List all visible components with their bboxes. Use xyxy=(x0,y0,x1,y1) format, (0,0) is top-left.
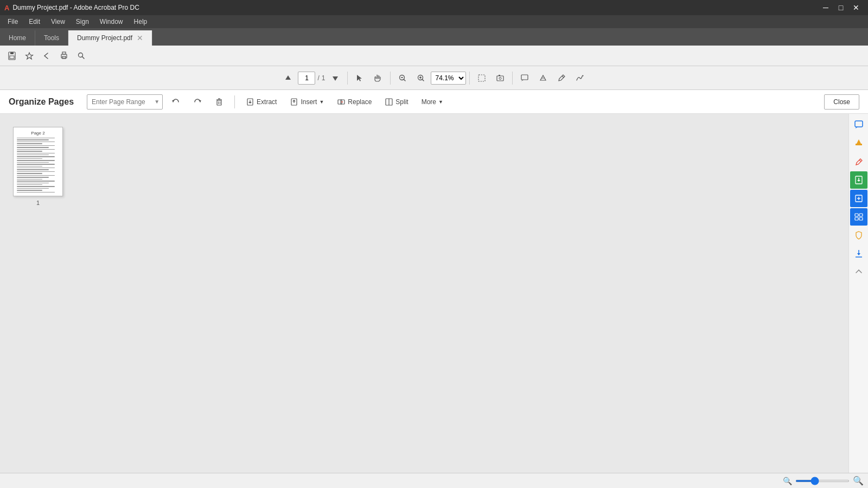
zoom-select[interactable]: 74.1% 50% 100% 125% 150% xyxy=(431,72,466,85)
rotate-cw-button[interactable] xyxy=(189,94,206,110)
rp-edit-button[interactable] xyxy=(850,153,867,170)
page-input-wrap: / 1 xyxy=(298,72,325,85)
page-range-wrap: ▼ xyxy=(87,94,163,110)
hand-tool-button[interactable] xyxy=(369,69,387,87)
tab-close-icon[interactable]: ✕ xyxy=(137,34,143,42)
zoom-max-icon[interactable]: 🔍 xyxy=(853,476,864,486)
menu-help[interactable]: Help xyxy=(129,15,153,28)
restore-button[interactable]: □ xyxy=(833,0,848,15)
rotate-ccw-button[interactable] xyxy=(167,94,184,110)
more-button[interactable]: More ▼ xyxy=(417,94,448,110)
rp-organize-button[interactable] xyxy=(850,208,867,226)
zoom-min-icon[interactable]: 🔍 xyxy=(783,477,792,485)
separator-3 xyxy=(469,72,470,85)
close-button[interactable]: ✕ xyxy=(848,0,864,15)
svg-rect-22 xyxy=(499,75,500,76)
rp-more-button[interactable] xyxy=(850,264,867,281)
svg-marker-39 xyxy=(292,100,296,101)
thumb-line xyxy=(17,151,42,151)
title-bar-left: A Dummy Project.pdf - Adobe Acrobat Pro … xyxy=(4,4,139,12)
thumb-line xyxy=(17,145,55,146)
svg-rect-55 xyxy=(855,214,858,216)
delete-button[interactable] xyxy=(210,94,228,110)
svg-rect-6 xyxy=(62,56,66,59)
insert-button[interactable]: Insert ▼ xyxy=(285,94,328,110)
insert-dropdown-icon: ▼ xyxy=(319,99,324,105)
split-button[interactable]: Split xyxy=(380,94,412,110)
select-group xyxy=(473,69,509,87)
tools-group xyxy=(351,69,387,87)
title-bar-controls: ─ □ ✕ xyxy=(818,0,864,15)
zoom-in-button[interactable] xyxy=(412,69,430,87)
menu-view[interactable]: View xyxy=(46,15,71,28)
rp-comment-button[interactable] xyxy=(850,116,867,133)
zoom-out-button[interactable] xyxy=(394,69,411,87)
page-thumb-title: Page 2 xyxy=(31,131,44,136)
star-button[interactable] xyxy=(22,48,37,63)
menu-file[interactable]: File xyxy=(2,15,23,28)
minimize-button[interactable]: ─ xyxy=(818,0,833,15)
thumb-line xyxy=(17,190,42,190)
page-range-input[interactable] xyxy=(87,94,163,110)
highlight-button[interactable] xyxy=(534,69,552,87)
menu-sign[interactable]: Sign xyxy=(71,15,94,28)
title-bar: A Dummy Project.pdf - Adobe Acrobat Pro … xyxy=(0,0,868,15)
rp-protect-button[interactable] xyxy=(850,227,867,244)
next-page-button[interactable] xyxy=(327,69,344,87)
menu-window[interactable]: Window xyxy=(94,15,129,28)
marquee-zoom-button[interactable] xyxy=(473,69,490,87)
tab-tools-label: Tools xyxy=(44,34,59,42)
svg-line-48 xyxy=(859,160,861,162)
zoom-slider[interactable] xyxy=(795,480,850,482)
edit-button[interactable] xyxy=(553,69,570,87)
thumb-line xyxy=(17,160,55,160)
rp-compress-button[interactable] xyxy=(850,190,867,207)
svg-marker-60 xyxy=(857,253,860,255)
content-area: Page 2 xyxy=(0,114,868,473)
svg-line-16 xyxy=(422,79,424,81)
menu-edit[interactable]: Edit xyxy=(23,15,46,28)
tab-document[interactable]: Dummy Project.pdf ✕ xyxy=(68,30,152,46)
separator-1 xyxy=(347,72,348,85)
rp-export-button[interactable] xyxy=(850,171,867,189)
svg-line-8 xyxy=(82,56,84,58)
extract-button[interactable]: Extract xyxy=(241,94,281,110)
thumb-line xyxy=(17,186,55,187)
title-bar-text: Dummy Project.pdf - Adobe Acrobat Pro DC xyxy=(12,4,139,11)
right-panel xyxy=(848,114,868,473)
thumb-line xyxy=(17,188,49,189)
tab-tools[interactable]: Tools xyxy=(35,30,68,46)
prev-page-button[interactable] xyxy=(279,69,297,87)
print-button[interactable] xyxy=(56,48,72,63)
snapshot-button[interactable] xyxy=(492,69,509,87)
rp-download-button[interactable] xyxy=(850,245,867,262)
comment-button[interactable] xyxy=(516,69,533,87)
page-number-input[interactable] xyxy=(298,72,315,85)
thumb-line xyxy=(17,181,55,181)
app-icon: A xyxy=(4,4,9,12)
back-button[interactable] xyxy=(39,48,54,63)
svg-rect-58 xyxy=(859,217,863,220)
replace-button[interactable]: Replace xyxy=(333,94,376,110)
close-organize-button[interactable]: Close xyxy=(824,94,859,110)
page-thumbnail-1[interactable]: Page 2 xyxy=(13,127,63,196)
cursor-tool-button[interactable] xyxy=(351,69,368,87)
svg-point-21 xyxy=(499,77,501,79)
tab-document-label: Dummy Project.pdf xyxy=(77,34,132,42)
find-button[interactable] xyxy=(74,48,89,63)
thumb-line xyxy=(17,171,55,172)
rp-highlight-button[interactable] xyxy=(850,134,867,152)
thumb-line xyxy=(17,147,49,147)
save-button[interactable] xyxy=(4,48,20,63)
page-thumb-wrapper-1: Page 2 xyxy=(13,127,63,206)
thumb-line xyxy=(17,183,49,183)
svg-rect-47 xyxy=(856,144,862,145)
sign-button[interactable] xyxy=(571,69,589,87)
insert-label: Insert xyxy=(301,98,317,106)
zoom-group: 74.1% 50% 100% 125% 150% xyxy=(394,69,466,87)
svg-rect-5 xyxy=(62,52,66,54)
navigation-group: / 1 xyxy=(279,69,343,87)
svg-rect-2 xyxy=(10,56,14,59)
tab-home[interactable]: Home xyxy=(0,30,35,46)
thumb-line xyxy=(17,179,42,179)
